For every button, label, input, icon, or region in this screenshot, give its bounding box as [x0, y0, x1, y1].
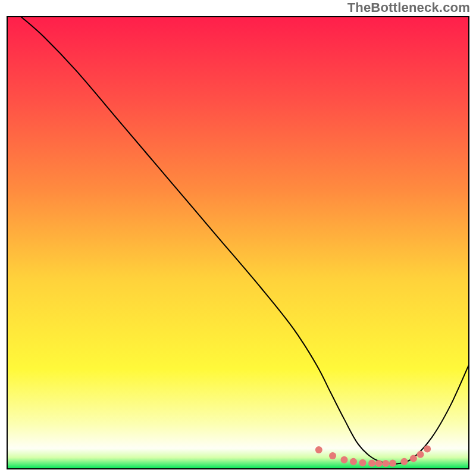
marker-point	[424, 446, 431, 453]
marker-point	[340, 456, 347, 464]
marker-point	[417, 451, 424, 458]
marker-point	[350, 458, 357, 465]
bottleneck-chart	[0, 0, 476, 476]
marker-point	[389, 460, 396, 467]
marker-point	[410, 455, 417, 462]
marker-point	[329, 452, 336, 459]
marker-point	[375, 460, 383, 467]
chart-stage: TheBottleneck.com	[0, 0, 476, 476]
marker-point	[359, 459, 367, 466]
marker-point	[400, 458, 408, 465]
marker-point	[382, 460, 389, 467]
marker-point	[315, 446, 322, 453]
gradient-background	[7, 17, 469, 469]
marker-point	[368, 460, 375, 467]
